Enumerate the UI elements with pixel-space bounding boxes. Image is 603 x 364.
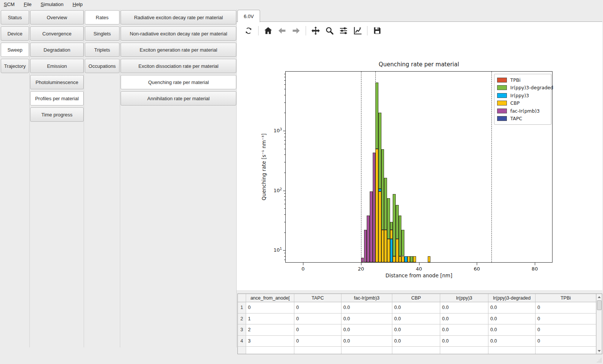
histogram-bar-cbp bbox=[381, 230, 384, 262]
column-header-ir-ppy-3-degraded[interactable]: Ir(ppy)3-degraded bbox=[488, 294, 536, 302]
table-cell[interactable] bbox=[294, 347, 341, 354]
sidebar-item-degradation[interactable]: Degradation bbox=[30, 43, 84, 57]
row-number[interactable]: 2 bbox=[238, 314, 246, 325]
back-icon[interactable] bbox=[277, 26, 287, 36]
table-cell[interactable]: 0 bbox=[536, 314, 596, 325]
table-cell[interactable] bbox=[488, 347, 536, 354]
table-cell[interactable] bbox=[246, 347, 294, 354]
y-axis-minor-tick bbox=[284, 173, 286, 173]
sidebar-item-singlets[interactable]: Singlets bbox=[85, 26, 119, 41]
column-header-tapc[interactable]: TAPC bbox=[294, 294, 341, 302]
table-cell[interactable]: 0 bbox=[294, 302, 341, 314]
sidebar-item-rates[interactable]: Rates bbox=[85, 10, 119, 24]
sidebar-item-quenching-rate-per-material[interactable]: Quenching rate per material bbox=[121, 75, 236, 89]
menu-file[interactable]: File bbox=[24, 2, 32, 7]
home-icon[interactable] bbox=[263, 26, 273, 36]
column-header-ir-ppy-3[interactable]: Ir(ppy)3 bbox=[440, 294, 488, 302]
column-header-ance-from-anode[interactable]: ance_from_anode[ bbox=[246, 294, 294, 302]
menu-simulation[interactable]: Simulation bbox=[41, 2, 64, 7]
sidebar-item-profiles-per-material[interactable]: Profiles per material bbox=[30, 91, 84, 106]
table-cell[interactable]: 0.0 bbox=[392, 324, 440, 336]
sidebar-item-device[interactable]: Device bbox=[1, 26, 29, 41]
sidebar-item-sweep[interactable]: Sweep bbox=[1, 43, 29, 57]
sidebar-item-emission[interactable]: Emission bbox=[30, 59, 84, 73]
table-cell[interactable]: 0.0 bbox=[440, 314, 488, 325]
sidebar-item-trajectory[interactable]: Trajectory bbox=[1, 59, 29, 73]
table-cell[interactable]: 1 bbox=[246, 314, 294, 325]
row-number[interactable]: 1 bbox=[238, 302, 246, 314]
row-number[interactable]: 4 bbox=[238, 336, 246, 347]
menu-scm[interactable]: SCM bbox=[4, 2, 15, 7]
sidebar-item-convergence[interactable]: Convergence bbox=[30, 26, 84, 41]
zoom-icon[interactable] bbox=[324, 26, 335, 36]
pan-icon[interactable] bbox=[311, 26, 321, 36]
row-number[interactable] bbox=[238, 347, 246, 354]
table-cell[interactable]: 2 bbox=[246, 324, 294, 336]
table-cell[interactable]: 0.0 bbox=[488, 336, 536, 347]
table-cell[interactable]: 0 bbox=[294, 336, 341, 347]
row-number-header[interactable] bbox=[238, 294, 246, 302]
table-cell[interactable]: 0.0 bbox=[341, 314, 392, 325]
column-header-fac-ir-pmb-3[interactable]: fac-Ir(pmb)3 bbox=[341, 294, 392, 302]
legend-entry-tpbi: TPBi bbox=[497, 76, 548, 84]
plot-canvas[interactable]: TPBiIr(ppy)3-degradedIr(ppy)3CBPfac-Ir(p… bbox=[285, 71, 552, 263]
sidebar-item-time-progress[interactable]: Time progress bbox=[30, 107, 84, 122]
column-divider bbox=[84, 9, 84, 347]
window-resize-grip[interactable] bbox=[596, 357, 602, 363]
y-axis-minor-tick bbox=[284, 133, 286, 134]
table-cell[interactable]: 0.0 bbox=[341, 336, 392, 347]
sidebar-item-photoluminescence[interactable]: Photoluminescence bbox=[30, 75, 84, 89]
scrollbar-thumb[interactable] bbox=[597, 300, 601, 310]
forward-icon[interactable] bbox=[291, 26, 301, 36]
table-cell[interactable]: 0.0 bbox=[341, 324, 392, 336]
table-cell[interactable] bbox=[440, 347, 488, 354]
table-cell[interactable]: 0.0 bbox=[392, 314, 440, 325]
table-cell[interactable]: 0 bbox=[536, 336, 596, 347]
scroll-down-button[interactable] bbox=[597, 348, 602, 354]
y-axis-minor-tick bbox=[284, 193, 286, 194]
subplots-icon[interactable] bbox=[338, 26, 349, 36]
table-cell[interactable]: 0.0 bbox=[440, 324, 488, 336]
menu-help[interactable]: Help bbox=[73, 2, 83, 7]
table-cell[interactable]: 0.0 bbox=[440, 302, 488, 314]
sidebar-item-annihilation-rate-per-material[interactable]: Annihilation rate per material bbox=[121, 91, 236, 106]
table-cell[interactable]: 0.0 bbox=[488, 324, 536, 336]
sidebar-item-radiative-exciton-decay-rate-per-material[interactable]: Radiative exciton decay rate per materia… bbox=[121, 10, 236, 24]
table-cell[interactable]: 0.0 bbox=[392, 302, 440, 314]
table-cell[interactable]: 0.0 bbox=[488, 314, 536, 325]
sidebar-item-triplets[interactable]: Triplets bbox=[85, 43, 119, 57]
table-cell[interactable]: 3 bbox=[246, 336, 294, 347]
table-cell[interactable]: 0 bbox=[294, 314, 341, 325]
sidebar-item-status[interactable]: Status bbox=[1, 10, 29, 24]
sidebar-item-overview[interactable]: Overview bbox=[30, 10, 84, 24]
table-cell[interactable]: 0 bbox=[294, 324, 341, 336]
customize-icon[interactable] bbox=[352, 26, 363, 36]
save-icon[interactable] bbox=[372, 26, 382, 36]
refresh-icon[interactable] bbox=[243, 26, 254, 36]
sidebar-item-non-radiative-exciton-decay-rate-per-material[interactable]: Non-radiative exciton decay rate per mat… bbox=[121, 26, 236, 41]
table-cell[interactable]: 0 bbox=[536, 302, 596, 314]
column-header-cbp[interactable]: CBP bbox=[392, 294, 440, 302]
table-cell[interactable]: 0.0 bbox=[440, 336, 488, 347]
table-scrollbar[interactable] bbox=[596, 294, 602, 354]
table-cell[interactable]: 0 bbox=[246, 302, 294, 314]
sidebar-item-exciton-generation-rate-per-material[interactable]: Exciton generation rate per material bbox=[121, 43, 236, 57]
table-cell[interactable]: 0.0 bbox=[341, 302, 392, 314]
scroll-up-button[interactable] bbox=[597, 294, 602, 300]
table-cell[interactable] bbox=[392, 347, 440, 354]
sidebar-item-exciton-dissociation-rate-per-material[interactable]: Exciton dissociation rate per material bbox=[121, 59, 236, 73]
tab-voltage[interactable]: 6.0V bbox=[237, 10, 260, 22]
sidebar-column-1: StatusDeviceSweepTrajectory bbox=[1, 10, 29, 75]
y-tick-label: 102 bbox=[261, 187, 282, 193]
table-cell[interactable] bbox=[341, 347, 392, 354]
legend-label: Ir(ppy)3 bbox=[510, 93, 529, 98]
table-cell[interactable]: 0.0 bbox=[392, 336, 440, 347]
table-row: 1000.00.00.00.00 bbox=[238, 302, 602, 314]
histogram-bar-ir-ppy-3-degraded bbox=[410, 256, 413, 262]
table-cell[interactable] bbox=[536, 347, 596, 354]
row-number[interactable]: 3 bbox=[238, 324, 246, 336]
table-cell[interactable]: 0.0 bbox=[488, 302, 536, 314]
sidebar-item-occupations[interactable]: Occupations bbox=[85, 59, 119, 73]
table-cell[interactable]: 0 bbox=[536, 324, 596, 336]
column-header-tpbi[interactable]: TPBi bbox=[536, 294, 596, 302]
